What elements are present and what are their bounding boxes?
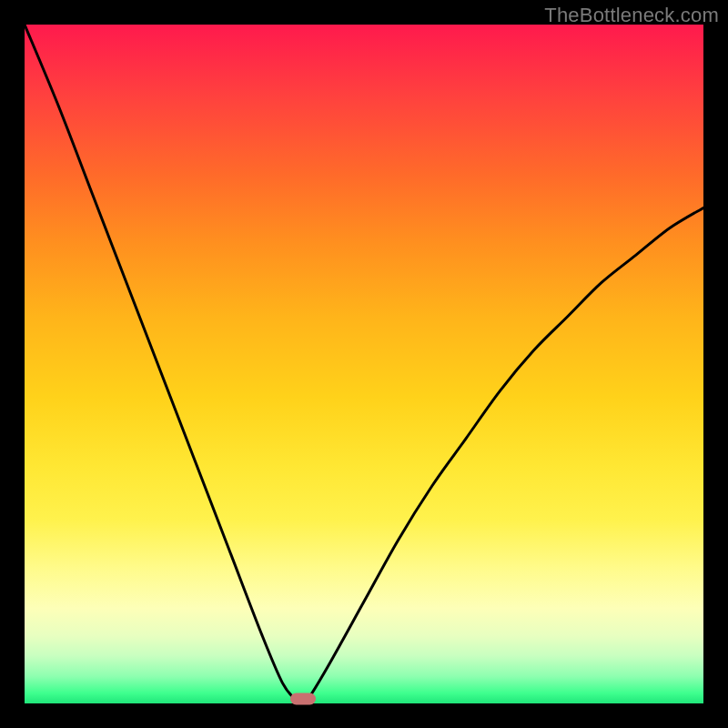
minimum-marker [290, 693, 316, 705]
plot-area [25, 25, 703, 703]
bottleneck-curve [25, 25, 703, 703]
curve-svg [25, 25, 703, 703]
outer-frame: TheBottleneck.com [0, 0, 728, 728]
